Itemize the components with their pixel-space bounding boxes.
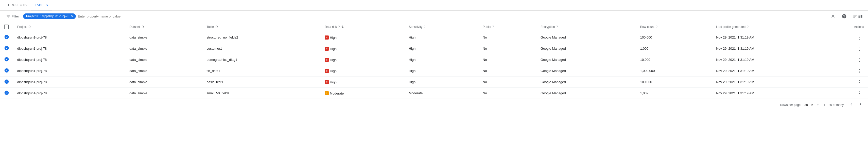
col-header-row-count[interactable]: Row count ? [636, 22, 712, 32]
tab-projects[interactable]: PROJECTS [4, 0, 31, 10]
help-button[interactable] [841, 13, 848, 20]
risk-badge: !!High [325, 47, 337, 51]
risk-badge: !!High [325, 80, 337, 84]
row-count-help-icon[interactable]: ? [655, 25, 657, 29]
pagination-info: 1 – 30 of many [824, 103, 844, 107]
check-circle-icon [4, 34, 9, 40]
cell-data-risk: !!High [321, 77, 405, 88]
cell-public: No [478, 32, 536, 43]
col-label-row-count: Row count [640, 25, 655, 29]
col-header-table-id[interactable]: Table ID [203, 22, 321, 32]
row-actions-button[interactable]: ⋮ [855, 45, 864, 52]
cell-public: No [478, 54, 536, 65]
data-risk-help-icon[interactable]: ? [338, 25, 340, 29]
data-risk-sort-icon[interactable] [341, 25, 345, 29]
row-check-1 [0, 43, 13, 54]
col-label-dataset-id: Dataset ID [129, 25, 144, 29]
cell-dataset-id: data_simple [125, 54, 203, 65]
sensitivity-help-icon[interactable]: ? [424, 25, 426, 29]
risk-badge: !!High [325, 69, 337, 73]
close-icon [831, 14, 836, 19]
cell-table-id: demographics_diag1 [203, 54, 321, 65]
next-page-button[interactable] [857, 101, 864, 108]
cell-sensitivity: High [405, 54, 479, 65]
encryption-help-icon[interactable]: ? [556, 25, 558, 29]
filter-chip: Project ID : dlppsbqrun1-proj-78 ✕ [23, 13, 76, 19]
cell-sensitivity: Moderate [405, 88, 479, 99]
cell-actions: ⋮ [850, 32, 868, 43]
table-row: dlppsbqrun1-proj-78data_simplebasic_test… [0, 77, 868, 88]
row-check-3 [0, 65, 13, 77]
rows-per-page-select[interactable]: 10 25 30 50 100 [804, 103, 814, 107]
cell-row-count: 1,000,000 [636, 65, 712, 77]
col-label-table-id: Table ID [207, 25, 218, 29]
cell-dataset-id: data_simple [125, 65, 203, 77]
cell-dataset-id: data_simple [125, 43, 203, 54]
help-icon [842, 14, 847, 19]
row-actions-button[interactable]: ⋮ [855, 56, 864, 63]
cell-project-id: dlppsbqrun1-proj-78 [13, 43, 125, 54]
last-profile-help-icon[interactable]: ? [746, 25, 748, 29]
cell-row-count: 100,000 [636, 32, 712, 43]
table-row: dlppsbqrun1-proj-78data_simplestructured… [0, 32, 868, 43]
row-actions-button[interactable]: ⋮ [855, 34, 864, 41]
col-header-last-profile[interactable]: Last profile generated ? [712, 22, 850, 32]
prev-page-button[interactable] [848, 101, 855, 108]
cell-last-profile: Nov 29, 2021, 1:31:19 AM [712, 88, 850, 99]
cell-sensitivity: High [405, 77, 479, 88]
top-tabs: PROJECTS TABLES [0, 0, 868, 11]
row-check-5 [0, 88, 13, 99]
cell-project-id: dlppsbqrun1-proj-78 [13, 54, 125, 65]
col-header-encryption[interactable]: Encryption ? [536, 22, 636, 32]
filter-chip-close[interactable]: ✕ [71, 14, 74, 18]
risk-label: High [330, 80, 337, 84]
risk-badge: !!High [325, 35, 337, 40]
col-header-check [0, 22, 13, 32]
cell-row-count: 10,000 [636, 54, 712, 65]
table-header-row: Project ID Dataset ID Table ID Data risk [0, 22, 868, 32]
pagination-nav [848, 101, 864, 108]
table-row: dlppsbqrun1-proj-78data_simplefin_data1!… [0, 65, 868, 77]
cell-sensitivity: High [405, 32, 479, 43]
col-header-dataset-id[interactable]: Dataset ID [125, 22, 203, 32]
cell-actions: ⋮ [850, 54, 868, 65]
col-header-sensitivity[interactable]: Sensitivity ? [405, 22, 479, 32]
cell-dataset-id: data_simple [125, 77, 203, 88]
filter-button[interactable]: Filter [4, 13, 21, 20]
cell-table-id: customer1 [203, 43, 321, 54]
row-actions-button[interactable]: ⋮ [855, 79, 864, 86]
row-actions-button[interactable]: ⋮ [855, 67, 864, 75]
risk-icon: !! [325, 35, 329, 40]
check-circle-icon [4, 90, 9, 95]
risk-icon: !! [325, 69, 329, 73]
public-help-icon[interactable]: ? [492, 25, 494, 29]
clear-filter-button[interactable] [830, 13, 837, 20]
col-header-project-id[interactable]: Project ID [13, 22, 125, 32]
columns-icon [853, 14, 858, 19]
cell-row-count: 1,000 [636, 43, 712, 54]
filter-input[interactable] [78, 14, 828, 18]
vertical-split-icon [858, 14, 863, 19]
cell-actions: ⋮ [850, 65, 868, 77]
col-label-encryption: Encryption [540, 25, 555, 29]
row-check-2 [0, 54, 13, 65]
cell-encryption: Google Managed [536, 77, 636, 88]
col-header-public[interactable]: Public ? [478, 22, 536, 32]
cell-row-count: 100,000 [636, 77, 712, 88]
rows-per-page-control: Rows per page: 10 25 30 50 100 [780, 103, 819, 107]
cell-data-risk: !!High [321, 65, 405, 77]
columns-button[interactable] [852, 13, 864, 20]
row-actions-button[interactable]: ⋮ [855, 90, 864, 97]
col-label-project-id: Project ID [17, 25, 31, 29]
cell-actions: ⋮ [850, 88, 868, 99]
cell-row-count: 1,002 [636, 88, 712, 99]
cell-actions: ⋮ [850, 77, 868, 88]
col-header-data-risk[interactable]: Data risk ? [321, 22, 405, 32]
filter-bar: Filter Project ID : dlppsbqrun1-proj-78 … [0, 11, 868, 22]
risk-label: Moderate [330, 91, 344, 95]
risk-icon: !! [325, 58, 329, 62]
col-label-public: Public [483, 25, 491, 29]
tab-tables[interactable]: TABLES [31, 0, 52, 10]
risk-icon: ! [325, 91, 329, 95]
cell-last-profile: Nov 29, 2021, 1:31:19 AM [712, 77, 850, 88]
